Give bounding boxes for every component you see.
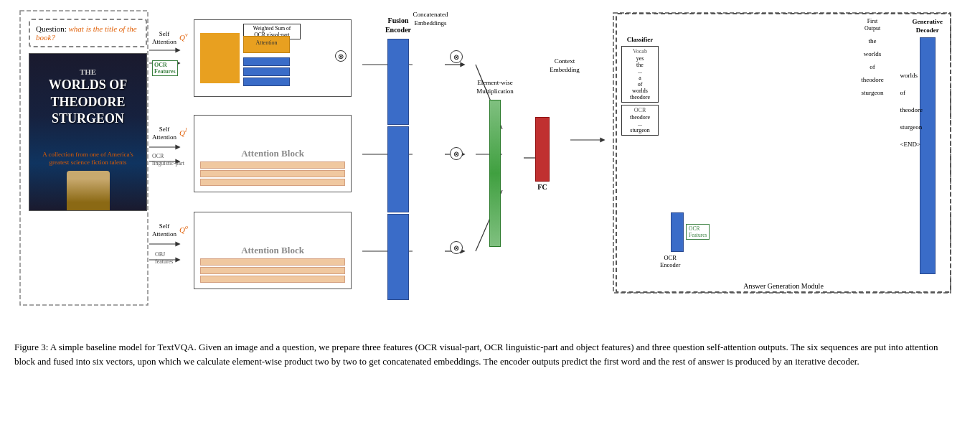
blue-bar-3 [243, 78, 290, 86]
attention-row-bot: SelfAttention Qo OBJfeatures Attention B… [151, 208, 362, 294]
output-words-list: worlds of theodore sturgeon <END> [900, 72, 923, 148]
attention-block-mid: Attention Block [194, 115, 352, 192]
classifier-area: Classifier Vocab yes the ... a of worlds… [621, 36, 659, 136]
attention-inner-label: Attention [244, 37, 289, 46]
circle-x-top: ⊗ [335, 50, 347, 62]
attention-block-top-detail: Weighted Sum ofOCR visual-part Attention… [194, 19, 352, 97]
book-line2: WORLDS OF [35, 77, 141, 93]
self-attention-label-mid: SelfAttention [151, 126, 178, 141]
context-fc-area: ContextEmbedding FC [535, 57, 594, 191]
fusion-bar-2 [387, 126, 409, 212]
book-title: THE WORLDS OF THEODORE STURGEON [35, 67, 141, 127]
q-label-mid: Ql [179, 127, 187, 137]
first-out-theodore: theodore [852, 76, 892, 83]
blue-bar-2 [243, 67, 290, 76]
self-attention-label-bot: SelfAttention [151, 222, 178, 238]
question-label: Question: [36, 24, 69, 33]
out-word-2: of [900, 89, 923, 96]
self-attention-label-top: SelfAttention [151, 30, 178, 46]
attention-block-bot: Attention Block [194, 212, 352, 289]
vocab-label: Vocab [623, 48, 656, 55]
out-word-1: worlds [900, 72, 923, 79]
ocr-vocab-label: OCR [623, 107, 656, 113]
attention-row-top: SelfAttention Qv OCRFeatures Weighted Su… [151, 16, 362, 102]
first-output-words: the worlds of theodore sturgeon [852, 37, 892, 96]
peach-bar-bot-1 [200, 258, 345, 266]
orange-bar [200, 33, 240, 83]
book-image: THE WORLDS OF THEODORE STURGEON A collec… [29, 53, 147, 211]
answer-module-title: Answer Generation Module [743, 282, 824, 290]
ocr-vocab-section: OCR theodore ... sturgeon [621, 105, 659, 136]
attention-row-mid: SelfAttention Ql OCRlinguistic-part Atte… [151, 111, 362, 197]
red-bar-fc [535, 117, 550, 182]
vocab-yes: yes [623, 55, 656, 62]
concat-embeddings-label: ConcatenatedEmbeddings [402, 11, 459, 27]
answer-generation-module: Answer Generation Module Classifier Voca… [616, 13, 951, 293]
peach-bar-bot-3 [200, 276, 345, 283]
ocr-encoder-bar [671, 212, 684, 252]
vocab-list: Vocab yes the ... a of worlds theodore [621, 46, 659, 103]
fusion-encoder-area: FusionEncoder [366, 16, 430, 300]
green-bar [489, 100, 501, 247]
circle-x-3: ⊗ [450, 241, 463, 254]
book-line4: STURGEON [35, 111, 141, 127]
fc-label: FC [537, 183, 547, 191]
vocab-of: of [623, 81, 656, 88]
first-output-area: FirstOutput the worlds of theodore sturg… [852, 18, 892, 96]
vocab-a: a [623, 75, 656, 81]
attention-block-mid-label: Attention Block [241, 148, 304, 159]
attention-block-bot-label: Attention Block [241, 245, 304, 256]
main-diagram: Question: what is the title of the book?… [14, 7, 966, 330]
element-wise-area: Element-wise Multiplication [471, 79, 519, 247]
attention-small-box: Attention [243, 36, 290, 53]
ocr-encoder-label: OCREncoder [660, 254, 680, 268]
linguistic-label: OCRlinguistic-part [152, 153, 184, 167]
question-box: Question: what is the title of the book? [29, 19, 147, 47]
vocab-theodore: theodore [623, 94, 656, 100]
blue-bar-1 [243, 57, 290, 66]
out-word-4: sturgeon [900, 123, 923, 131]
figure-caption: Figure 3: A simple baseline model for Te… [14, 340, 947, 368]
classifier-title: Classifier [621, 36, 659, 43]
first-out-the: the [852, 37, 892, 44]
vocab-the: the [623, 62, 656, 68]
first-output-title: FirstOutput [852, 18, 892, 33]
book-author: A collection from one of America's great… [34, 151, 142, 167]
peach-bar-bot-2 [200, 267, 345, 274]
fusion-bars [366, 39, 430, 300]
blue-bars-top [243, 57, 290, 86]
peach-bars-bot [200, 258, 345, 283]
peach-bars-mid [200, 161, 345, 186]
peach-bar-3 [200, 179, 345, 186]
gen-decoder-title: GenerativeDecoder [913, 18, 943, 34]
vocab-dots: ... [623, 68, 656, 75]
ocr-word-dots: ... [623, 121, 656, 127]
fusion-bar-3 [387, 214, 409, 300]
vocab-worlds: worlds [623, 88, 656, 94]
ocr-features-box-module: OCRFeatures [686, 224, 710, 240]
first-out-of: of [852, 63, 892, 70]
first-out-worlds: worlds [852, 50, 892, 57]
ocr-word-sturgeon: sturgeon [623, 127, 656, 133]
out-word-3: theodore [900, 106, 923, 113]
q-label-top: Qv [179, 32, 188, 42]
peach-bar-2 [200, 170, 345, 177]
left-panel: Question: what is the title of the book?… [22, 13, 154, 336]
circle-x-2: ⊗ [450, 147, 463, 160]
element-wise-label: Element-wise Multiplication [471, 79, 519, 95]
first-out-sturgeon: sturgeon [852, 89, 892, 96]
book-figure [67, 171, 110, 210]
book-line1: THE [35, 67, 141, 77]
q-label-bot: Qo [179, 224, 188, 234]
context-label: ContextEmbedding [535, 57, 594, 74]
circle-x-1: ⊗ [450, 50, 463, 63]
out-word-5: <END> [900, 141, 923, 148]
ocr-features-label-top: OCRFeatures [152, 60, 178, 76]
book-line3: THEODORE [35, 94, 141, 111]
peach-bar-1 [200, 161, 345, 169]
ocr-word-theodore: theodore [623, 114, 656, 121]
fusion-bar-1 [387, 39, 409, 125]
obj-label: OBJfeatures [155, 251, 173, 265]
